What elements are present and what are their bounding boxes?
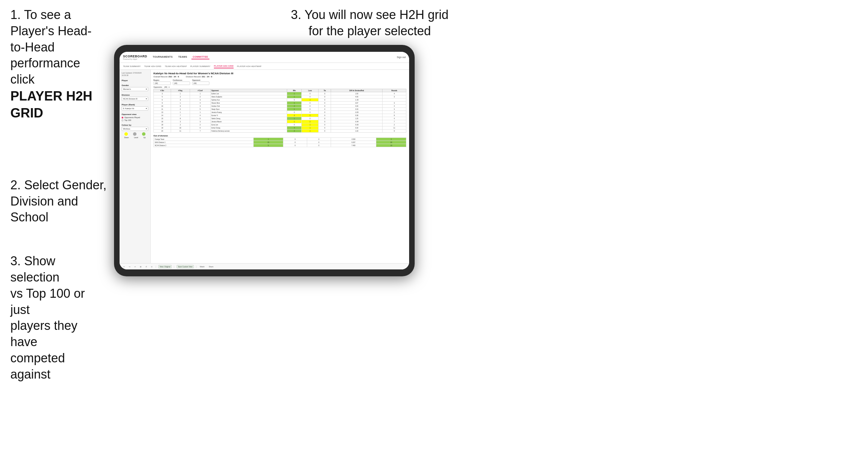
logo-sub: Powered by clippd [123, 58, 147, 60]
toolbar-btn5[interactable]: ⊙ [151, 265, 153, 268]
opponent-filter: Opponent (All) [192, 79, 209, 85]
colour-down [124, 132, 128, 136]
region-dropdown[interactable]: (All) [153, 82, 171, 85]
nav-tournaments[interactable]: TOURNAMENTS [151, 55, 174, 59]
logo-area: SCOREBOARD Powered by clippd [123, 55, 147, 60]
grid-records: Overall Record: 353 - 34 - 6 Division Re… [153, 76, 406, 78]
region-filter: Region (All) [153, 79, 171, 85]
bottom-toolbar: ↩ ↪ ↩ ⊞ ↺ ⊙ | View: Original | Save Cust… [151, 263, 409, 269]
sub-nav-team-h2h[interactable]: TEAM H2H GRID [144, 65, 161, 68]
step1-block: 1. To see a Player's Head- to-Head perfo… [10, 7, 107, 122]
filter-row: Region (All) Conference (All) Opponent [153, 79, 406, 85]
col-tie: Tie [319, 89, 331, 92]
colour-labels: Down Level Up [122, 136, 148, 139]
colour-level [133, 132, 136, 136]
radio-dot-top100 [122, 120, 123, 121]
tablet-frame: SCOREBOARD Powered by clippd TOURNAMENTS… [114, 45, 415, 276]
nav-items: TOURNAMENTS TEAMS COMMITTEE [151, 55, 397, 59]
nav-teams[interactable]: TEAMS [177, 55, 189, 59]
player-rank-dropdown[interactable]: 8. Katelyn Vo ▾ [122, 106, 148, 111]
table-row: 14 7 4 Eunice Yi 2 2 0 0.38 9 [154, 114, 406, 117]
table-row: 19 10 6 Emily Chang 4 1 0 0.30 11 [154, 126, 406, 130]
conference-dropdown[interactable]: (All) [173, 82, 190, 85]
colour-by-dropdown[interactable]: Win/loss ▾ [122, 127, 148, 131]
step3a-block: 3. You will now see H2H grid for the pla… [263, 7, 477, 39]
radio-top100[interactable]: Top 100 [122, 119, 148, 121]
left-instructions: 1. To see a Player's Head- to-Head perfo… [0, 0, 117, 399]
player-label: Player [122, 79, 148, 82]
col-diff: Diff Av Strokes/Rnd [331, 89, 383, 92]
out-table-row: Foreign Team 1 0 0 4.500 2 [154, 138, 406, 141]
out-table: Foreign Team 1 0 0 4.500 2 NAIA Division… [153, 137, 406, 147]
table-row: 13 1 1 Jessica Huang 0 0 0 -3.00 2 [154, 111, 406, 114]
gender-label: Gender [122, 84, 148, 86]
player-rank-label: Player (Rank) [122, 104, 148, 106]
table-row: 18 2 2 Euna Lee 0 1 0 -5.00 2 [154, 123, 406, 126]
table-row: 5 2 2 Alexis Sudjanto 1 0 0 4.00 3 [154, 95, 406, 98]
share-btn[interactable]: Share [208, 265, 214, 268]
sub-nav-player-heatmap[interactable]: PLAYER H2H HEATMAP [237, 65, 262, 68]
col-win: Win [287, 89, 302, 92]
sub-navbar: TEAM SUMMARY TEAM H2H GRID TEAM H2H HEAT… [120, 63, 409, 70]
col-loss: Loss [302, 89, 319, 92]
opponents-label-row: Opponents: (All) ▾ [153, 86, 406, 88]
h2h-table: # Div # Reg # Conf Opponent Win Loss Tie… [153, 89, 406, 133]
conference-filter: Conference (All) [173, 79, 190, 85]
table-row: 9 1 4 Sharon Mun 1 0 0 3.67 3 [154, 102, 406, 105]
out-table-row: NCAA Division 2 5 0 0 7.400 10 [154, 144, 406, 147]
main-content: Last Updated: 27/03/2024 16:55:38 Player… [120, 70, 409, 269]
col-div: # Div [154, 89, 171, 92]
colour-up [142, 132, 145, 136]
navbar: SCOREBOARD Powered by clippd TOURNAMENTS… [120, 52, 409, 63]
sidebar: Last Updated: 27/03/2024 16:55:38 Player… [120, 70, 151, 269]
player-rank-section: Player (Rank) 8. Katelyn Vo ▾ [122, 104, 148, 111]
sub-nav-player-summary[interactable]: PLAYER SUMMARY [190, 65, 210, 68]
col-conf: # Conf [190, 89, 210, 92]
radio-opponents-played[interactable]: Opponents Played [122, 116, 148, 118]
step2-block: 2. Select Gender, Division and School [10, 177, 107, 226]
table-row: 20 11 7 Federica Domecq Lacroze 2 1 0 1.… [154, 130, 406, 133]
division-section: Division NCAA Division III ▾ [122, 94, 148, 101]
table-row: 16 3 3 Jessica Mason 1 2 0 -0.94 7 [154, 120, 406, 123]
division-label: Division [122, 94, 148, 96]
col-rounds: Rounds [383, 89, 406, 92]
grid-title: Katelyn Vo Head-to-Head Grid for Women's… [153, 72, 406, 75]
nav-committee[interactable]: COMMITTEE [191, 55, 210, 59]
out-of-division-title: Out of division [153, 135, 406, 137]
gender-dropdown[interactable]: Women's ▾ [122, 87, 148, 91]
table-row: 10 6 3 Andrea York 2 0 0 4.00 4 [154, 105, 406, 108]
table-row: 6 3 3 Sydney Kuo 0 1 0 -1.00 [154, 98, 406, 102]
watch-btn[interactable]: Watch [199, 265, 206, 268]
sign-out-link[interactable]: Sign out [397, 56, 406, 58]
save-custom-btn[interactable]: Save Custom View [177, 265, 194, 268]
table-row: 15 8 5 Stella Cheng 1 0 0 1.25 4 [154, 117, 406, 120]
opponent-view-section: Opponent view Opponents Played Top 100 [122, 113, 148, 121]
col-opponent: Opponent [210, 89, 287, 92]
sub-nav-team-heatmap[interactable]: TEAM H2H HEATMAP [165, 65, 187, 68]
sub-nav-player-h2h[interactable]: PLAYER H2H GRID [214, 64, 234, 68]
gender-section: Gender Women's ▾ [122, 84, 148, 91]
view-original-btn[interactable]: View: Original [158, 265, 172, 268]
opponent-view-label: Opponent view [122, 113, 148, 115]
col-reg: # Reg [171, 89, 190, 92]
opponent-dropdown[interactable]: (All) [192, 82, 209, 85]
colour-row [122, 132, 148, 136]
sub-nav-team-summary[interactable]: TEAM SUMMARY [123, 65, 141, 68]
radio-group: Opponents Played Top 100 [122, 116, 148, 121]
grid-panel: Katelyn Vo Head-to-Head Grid for Women's… [151, 70, 409, 269]
colour-by-label: Colour by [122, 124, 148, 126]
logo-text: SCOREBOARD [123, 55, 147, 58]
player-section: Player [122, 79, 148, 82]
colour-legend-section: Colour by Win/loss ▾ Down Level Up [122, 124, 148, 139]
radio-dot-opponents [122, 117, 123, 118]
out-table-row: NAIA Division 1 15 0 0 9.267 30 [154, 141, 406, 144]
tablet-screen: SCOREBOARD Powered by clippd TOURNAMENTS… [120, 52, 409, 269]
division-dropdown[interactable]: NCAA Division III ▾ [122, 97, 148, 101]
table-row: 3 1 1 Esther Lee 1 0 0 1.50 4 [154, 92, 406, 95]
out-of-division: Out of division Foreign Team 1 0 0 4.500… [153, 135, 406, 147]
step3b-block: 3. Show selection vs Top 100 or just pla… [10, 253, 107, 382]
table-row: 11 2 5 Heejo Hyun 1 0 0 3.33 3 [154, 108, 406, 111]
last-updated: Last Updated: 27/03/2024 16:55:38 [122, 72, 148, 77]
